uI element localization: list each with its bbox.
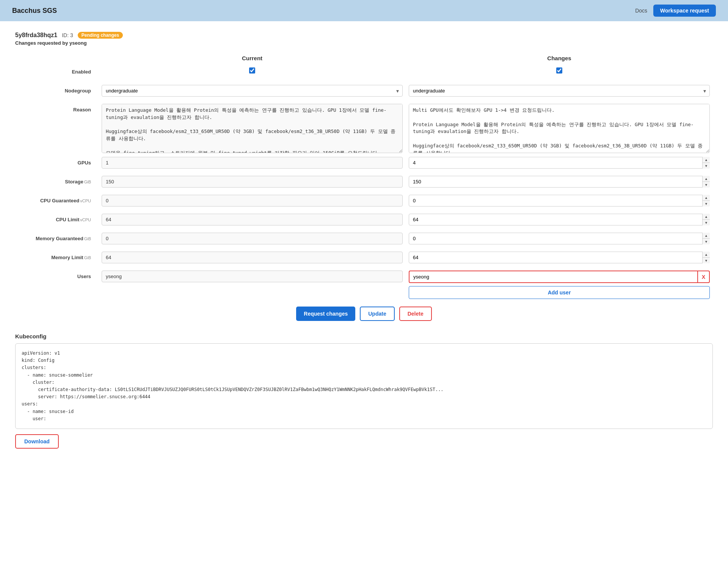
current-storage-input[interactable]: [102, 176, 403, 188]
changes-by-user: yseong: [69, 40, 87, 46]
footer: Powered by SGS , developed by Bacchus: [0, 580, 728, 582]
changes-reason-textarea[interactable]: Multi GPU에서도 확인해보자 GPU 1->4 변경 요청드립니다. P…: [409, 104, 710, 153]
changes-memory-limit-wrapper: ▲ ▼: [409, 252, 710, 263]
enabled-label: Enabled: [15, 66, 99, 75]
kubeconfig-title: Kubeconfig: [15, 333, 713, 340]
changes-memory-guaranteed-input[interactable]: [409, 233, 710, 244]
kubeconfig-text: apiVersion: v1 kind: Config clusters: - …: [22, 350, 706, 422]
memory-limit-increment-btn[interactable]: ▲: [703, 252, 710, 258]
action-buttons: Request changes Update Delete: [15, 307, 713, 321]
changes-enabled-cell: [406, 66, 713, 74]
current-cpu-limit-input[interactable]: [102, 214, 403, 225]
gpus-row: GPUs ▲ ▼: [15, 157, 713, 172]
changes-by: Changes requested by yseong: [15, 40, 713, 46]
memory-guaranteed-increment-btn[interactable]: ▲: [703, 233, 710, 239]
current-reason-textarea[interactable]: Protein Language Model을 활용해 Protein의 특성을…: [102, 104, 403, 153]
cpu-guaranteed-increment-btn[interactable]: ▲: [703, 195, 710, 201]
current-reason-cell: Protein Language Model을 활용해 Protein의 특성을…: [99, 104, 406, 153]
changes-memory-guaranteed-wrapper: ▲ ▼: [409, 233, 710, 244]
gpus-label: GPUs: [15, 157, 99, 166]
current-users-input[interactable]: [102, 271, 403, 282]
current-gpus-input[interactable]: [102, 157, 403, 169]
current-enabled-cell: [99, 66, 406, 74]
memory-limit-row: Memory LimitGiB ▲ ▼: [15, 252, 713, 267]
gpus-decrement-btn[interactable]: ▼: [703, 163, 710, 169]
current-nodegroup-cell: undergraduate: [99, 85, 406, 97]
current-cpu-guaranteed-cell: [99, 195, 406, 207]
kubeconfig-section: Kubeconfig apiVersion: v1 kind: Config c…: [15, 333, 713, 449]
app-header: Bacchus SGS Docs Workspace request: [0, 0, 728, 21]
kubeconfig-content: apiVersion: v1 kind: Config clusters: - …: [15, 343, 713, 429]
memory-guaranteed-row: Memory GuaranteedGiB ▲ ▼: [15, 233, 713, 248]
docs-link[interactable]: Docs: [635, 8, 647, 14]
request-changes-button[interactable]: Request changes: [296, 307, 355, 321]
changes-column-header: Changes: [406, 55, 713, 61]
cpu-guaranteed-spinner: ▲ ▼: [702, 195, 710, 207]
gpus-increment-btn[interactable]: ▲: [703, 157, 710, 163]
cpu-limit-decrement-btn[interactable]: ▼: [703, 220, 710, 225]
changes-nodegroup-cell: undergraduate: [406, 85, 713, 97]
current-memory-limit-cell: [99, 252, 406, 263]
main-content: 5y8frda38hqz1 ID: 3 Pending changes Chan…: [0, 21, 728, 580]
current-memory-limit-input[interactable]: [102, 252, 403, 263]
header-right: Docs Workspace request: [635, 5, 716, 17]
app-title: Bacchus SGS: [12, 7, 57, 15]
cpu-limit-label: CPU LimitvCPU: [15, 214, 99, 222]
download-button[interactable]: Download: [15, 434, 59, 449]
changes-users-section: X Add user: [406, 271, 713, 299]
cpu-guaranteed-decrement-btn[interactable]: ▼: [703, 201, 710, 207]
storage-increment-btn[interactable]: ▲: [703, 176, 710, 182]
storage-spinner: ▲ ▼: [702, 176, 710, 188]
memory-guaranteed-decrement-btn[interactable]: ▼: [703, 239, 710, 244]
memory-limit-decrement-btn[interactable]: ▼: [703, 258, 710, 263]
memory-limit-spinner: ▲ ▼: [702, 252, 710, 263]
changes-nodegroup-select[interactable]: undergraduate: [409, 85, 710, 97]
cpu-guaranteed-row: CPU GuaranteedvCPU ▲ ▼: [15, 195, 713, 210]
workspace-request-button[interactable]: Workspace request: [653, 5, 716, 17]
storage-decrement-btn[interactable]: ▼: [703, 182, 710, 188]
changes-gpus-input[interactable]: [409, 157, 710, 169]
id-number-label: ID: 3: [62, 32, 73, 38]
changes-cpu-guaranteed-wrapper: ▲ ▼: [409, 195, 710, 207]
changes-memory-limit-input[interactable]: [409, 252, 710, 263]
memory-guaranteed-spinner: ▲ ▼: [702, 233, 710, 244]
changes-cpu-limit-input[interactable]: [409, 214, 710, 225]
delete-button[interactable]: Delete: [399, 307, 432, 321]
update-button[interactable]: Update: [360, 307, 394, 321]
reason-row: Reason Protein Language Model을 활용해 Prote…: [15, 104, 713, 153]
current-memory-guaranteed-input[interactable]: [102, 233, 403, 244]
changes-user-input[interactable]: [409, 271, 698, 283]
current-users-cell: [99, 271, 406, 299]
users-label: Users: [15, 271, 99, 299]
memory-limit-label: Memory LimitGiB: [15, 252, 99, 260]
storage-label: StorageGiB: [15, 176, 99, 185]
current-storage-cell: [99, 176, 406, 188]
cpu-limit-spinner: ▲ ▼: [702, 214, 710, 225]
changes-storage-input[interactable]: [409, 176, 710, 188]
cpu-limit-increment-btn[interactable]: ▲: [703, 214, 710, 220]
changes-memory-guaranteed-cell: ▲ ▼: [406, 233, 713, 244]
changes-cpu-guaranteed-input[interactable]: [409, 195, 710, 207]
nodegroup-label: Nodegroup: [15, 85, 99, 94]
current-cpu-guaranteed-input[interactable]: [102, 195, 403, 207]
current-column-header: Current: [99, 55, 406, 61]
changes-gpus-wrapper: ▲ ▼: [409, 157, 710, 169]
current-enabled-checkbox[interactable]: [249, 67, 255, 74]
changes-cpu-limit-cell: ▲ ▼: [406, 214, 713, 225]
memory-guaranteed-label: Memory GuaranteedGiB: [15, 233, 99, 241]
remove-user-button[interactable]: X: [698, 271, 710, 283]
changes-cpu-limit-wrapper: ▲ ▼: [409, 214, 710, 225]
status-badge: Pending changes: [78, 32, 123, 39]
reason-label: Reason: [15, 104, 99, 113]
storage-row: StorageGiB ▲ ▼: [15, 176, 713, 191]
changes-enabled-checkbox[interactable]: [556, 67, 562, 74]
current-nodegroup-select[interactable]: undergraduate: [102, 85, 403, 97]
changes-storage-cell: ▲ ▼: [406, 176, 713, 188]
user-input-row: X: [409, 271, 710, 283]
current-cpu-limit-cell: [99, 214, 406, 225]
add-user-button[interactable]: Add user: [409, 286, 710, 299]
enabled-row: Enabled: [15, 66, 713, 81]
changes-reason-cell: Multi GPU에서도 확인해보자 GPU 1->4 변경 요청드립니다. P…: [406, 104, 713, 153]
changes-storage-wrapper: ▲ ▼: [409, 176, 710, 188]
workspace-id: 5y8frda38hqz1: [15, 32, 57, 39]
